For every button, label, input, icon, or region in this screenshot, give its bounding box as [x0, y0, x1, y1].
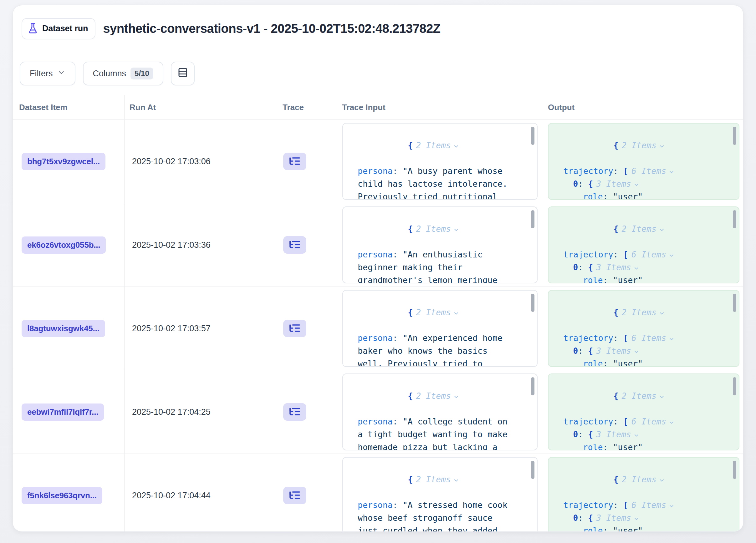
dataset-item-cell: l8agtuwxisgwk45... — [13, 287, 125, 370]
row-height-button[interactable] — [171, 62, 195, 85]
column-header-trace: Trace — [279, 103, 338, 112]
dataset-item-cell: ek6oz6vtoxg055b... — [13, 203, 125, 286]
chevron-down-icon — [57, 69, 65, 79]
scrollbar-thumb[interactable] — [733, 210, 736, 228]
badge-label: Dataset run — [42, 24, 88, 33]
dataset-item-cell: bhg7t5xv9zgwcel... — [13, 120, 125, 203]
table-row: eebwi7mfil7lqlf7r... 2025-10-02 17:04:25… — [13, 370, 743, 454]
output-cell: {2 Items trajectory: [6 Items 0: {3 Item… — [545, 287, 743, 370]
page-title: synthetic-conversations-v1 - 2025-10-02T… — [103, 22, 440, 36]
trace-button[interactable] — [283, 153, 306, 170]
output-json-viewer[interactable]: {2 Items trajectory: [6 Items 0: {3 Item… — [548, 373, 739, 450]
trace-input-json-viewer[interactable]: {2 Items persona: "A stressed home cook … — [342, 457, 538, 532]
trace-input-json-viewer[interactable]: {2 Items persona: "An enthusiastic begin… — [342, 207, 538, 283]
output-cell: {2 Items trajectory: [6 Items 0: {3 Item… — [545, 120, 743, 203]
output-cell: {2 Items trajectory: [6 Items 0: {3 Item… — [545, 454, 743, 532]
columns-count-badge: 5/10 — [130, 68, 153, 79]
item-count-toggle[interactable]: 2 Items — [621, 308, 665, 317]
list-tree-icon — [289, 322, 301, 335]
flask-icon — [27, 23, 38, 35]
toolbar: Filters Columns 5/10 — [13, 52, 743, 95]
dataset-item-link[interactable]: ek6oz6vtoxg055b... — [22, 237, 106, 254]
scrollbar-thumb[interactable] — [531, 210, 534, 228]
item-count-toggle[interactable]: 6 Items — [631, 250, 675, 259]
trace-input-json-viewer[interactable]: {2 Items persona: "An experienced home b… — [342, 290, 538, 367]
scrollbar-thumb[interactable] — [531, 127, 534, 145]
dataset-run-badge: Dataset run — [22, 18, 95, 39]
rows-icon — [177, 67, 188, 80]
dataset-item-link[interactable]: eebwi7mfil7lqlf7r... — [22, 403, 104, 421]
item-count-toggle[interactable]: 6 Items — [631, 167, 675, 176]
item-count-toggle[interactable]: 2 Items — [621, 391, 665, 401]
columns-button[interactable]: Columns 5/10 — [83, 62, 163, 85]
list-tree-icon — [289, 489, 301, 502]
trace-input-json-viewer[interactable]: {2 Items persona: "A college student on … — [342, 373, 538, 450]
trace-input-json-viewer[interactable]: {2 Items persona: "A busy parent whose c… — [342, 123, 538, 200]
scrollbar-thumb[interactable] — [531, 461, 534, 479]
output-json-viewer[interactable]: {2 Items trajectory: [6 Items 0: {3 Item… — [548, 207, 739, 283]
list-tree-icon — [289, 238, 301, 252]
item-count-toggle[interactable]: 6 Items — [631, 333, 675, 343]
scrollbar-thumb[interactable] — [733, 461, 736, 479]
dataset-item-link[interactable]: f5nk6lse963qrvn... — [22, 487, 102, 504]
item-count-toggle[interactable]: 2 Items — [416, 224, 459, 234]
item-count-toggle[interactable]: 2 Items — [621, 475, 665, 484]
item-count-toggle[interactable]: 3 Items — [596, 513, 640, 523]
run-at-value: 2025-10-02 17:03:36 — [132, 240, 211, 250]
dataset-item-link[interactable]: bhg7t5xv9zgwcel... — [22, 153, 105, 170]
item-count-toggle[interactable]: 3 Items — [596, 346, 640, 356]
list-tree-icon — [289, 405, 301, 419]
panel-header: Dataset run synthetic-conversations-v1 -… — [13, 5, 743, 52]
item-count-toggle[interactable]: 3 Items — [596, 263, 640, 272]
output-json-viewer[interactable]: {2 Items trajectory: [6 Items 0: {3 Item… — [548, 290, 739, 367]
scrollbar-thumb[interactable] — [733, 294, 736, 312]
column-header-trace-input: Trace Input — [338, 103, 545, 112]
page-background: Dataset run synthetic-conversations-v1 -… — [0, 0, 756, 543]
run-at-cell: 2025-10-02 17:03:36 — [125, 203, 279, 286]
item-count-toggle[interactable]: 2 Items — [416, 308, 459, 317]
trace-input-cell: {2 Items persona: "A busy parent whose c… — [338, 120, 545, 203]
table-header-row: Dataset Item Run At Trace Trace Input Ou… — [13, 95, 743, 120]
output-json-viewer[interactable]: {2 Items trajectory: [6 Items 0: {3 Item… — [548, 123, 739, 200]
trace-button[interactable] — [283, 320, 306, 337]
item-count-toggle[interactable]: 6 Items — [631, 500, 675, 510]
item-count-toggle[interactable]: 6 Items — [631, 417, 675, 426]
output-json-viewer[interactable]: {2 Items trajectory: [6 Items 0: {3 Item… — [548, 457, 739, 532]
column-header-output: Output — [545, 103, 743, 112]
scrollbar-thumb[interactable] — [531, 377, 534, 395]
run-at-value: 2025-10-02 17:03:57 — [132, 324, 211, 333]
trace-button[interactable] — [283, 236, 306, 254]
run-at-value: 2025-10-02 17:04:44 — [132, 491, 211, 500]
scrollbar-thumb[interactable] — [733, 377, 736, 395]
scrollbar-thumb[interactable] — [531, 294, 534, 312]
output-cell: {2 Items trajectory: [6 Items 0: {3 Item… — [545, 370, 743, 453]
run-at-cell: 2025-10-02 17:04:25 — [125, 370, 279, 453]
trace-cell — [279, 287, 338, 370]
scrollbar-thumb[interactable] — [733, 127, 736, 145]
list-tree-icon — [289, 155, 301, 168]
column-header-dataset-item: Dataset Item — [13, 95, 125, 120]
trace-button[interactable] — [283, 487, 306, 504]
output-cell: {2 Items trajectory: [6 Items 0: {3 Item… — [545, 203, 743, 286]
trace-cell — [279, 203, 338, 286]
trace-button[interactable] — [283, 403, 306, 421]
item-count-toggle[interactable]: 2 Items — [416, 391, 459, 401]
trace-input-cell: {2 Items persona: "An experienced home b… — [338, 287, 545, 370]
filters-button[interactable]: Filters — [20, 62, 75, 85]
table-row: l8agtuwxisgwk45... 2025-10-02 17:03:57 {… — [13, 287, 743, 370]
dataset-item-cell: f5nk6lse963qrvn... — [13, 454, 125, 532]
trace-input-cell: {2 Items persona: "A stressed home cook … — [338, 454, 545, 532]
dataset-item-link[interactable]: l8agtuwxisgwk45... — [22, 320, 105, 337]
trace-input-cell: {2 Items persona: "An enthusiastic begin… — [338, 203, 545, 286]
item-count-toggle[interactable]: 3 Items — [596, 179, 640, 189]
trace-input-cell: {2 Items persona: "A college student on … — [338, 370, 545, 453]
item-count-toggle[interactable]: 2 Items — [621, 224, 665, 234]
item-count-toggle[interactable]: 3 Items — [596, 430, 640, 439]
run-at-value: 2025-10-02 17:03:06 — [132, 157, 211, 167]
dataset-run-panel: Dataset run synthetic-conversations-v1 -… — [13, 5, 743, 532]
item-count-toggle[interactable]: 2 Items — [416, 475, 459, 484]
item-count-toggle[interactable]: 2 Items — [416, 141, 459, 150]
filters-label: Filters — [30, 69, 53, 79]
item-count-toggle[interactable]: 2 Items — [621, 141, 665, 150]
run-at-cell: 2025-10-02 17:03:06 — [125, 120, 279, 203]
